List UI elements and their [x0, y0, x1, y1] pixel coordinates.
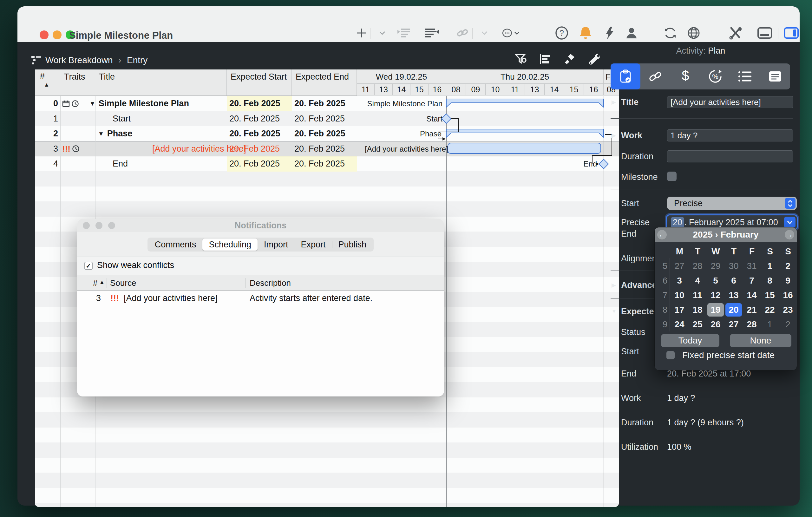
- column-header-expected-end[interactable]: Expected End: [292, 69, 357, 95]
- calendar-day[interactable]: 28: [744, 318, 760, 331]
- breadcrumb-current[interactable]: Entry: [127, 54, 147, 67]
- collapse-icon[interactable]: ▼: [89, 100, 95, 107]
- none-button[interactable]: None: [730, 334, 791, 347]
- breadcrumb-root[interactable]: Work Breakdown: [46, 54, 113, 67]
- more-actions-icon[interactable]: [502, 25, 520, 40]
- show-weak-conflicts-checkbox[interactable]: ✓: [84, 262, 93, 270]
- minimize-window-button[interactable]: [53, 30, 61, 39]
- disclosure-icon[interactable]: ▶: [612, 130, 616, 141]
- calendar-day[interactable]: 30: [725, 259, 742, 273]
- date-picker-button[interactable]: [784, 217, 795, 228]
- calendar-day-focused[interactable]: 19: [707, 303, 724, 317]
- collapse-icon[interactable]: ▼: [98, 131, 104, 137]
- timescale-day[interactable]: Wed 19.02.25: [357, 69, 446, 83]
- outline-icon[interactable]: [539, 53, 551, 66]
- calendar-day[interactable]: 26: [707, 318, 724, 331]
- timescale-day[interactable]: Thu 20.02.25: [446, 69, 604, 83]
- promote-icon[interactable]: [424, 25, 441, 40]
- tab-notes[interactable]: [760, 63, 790, 89]
- bottom-panel-icon[interactable]: [756, 25, 774, 40]
- calendar-day[interactable]: 18: [689, 303, 706, 317]
- calendar-day[interactable]: 16: [780, 289, 796, 302]
- calendar-day[interactable]: 4: [689, 274, 706, 287]
- tab-export[interactable]: Export: [295, 238, 332, 251]
- tab-cost[interactable]: $: [670, 63, 700, 89]
- format-brush-icon[interactable]: [563, 53, 576, 67]
- calendar-day[interactable]: 10: [671, 289, 688, 302]
- next-month-icon[interactable]: →: [785, 230, 794, 239]
- column-header-traits[interactable]: Traits: [60, 69, 95, 95]
- calendar-day[interactable]: 14: [744, 289, 760, 302]
- tab-scheduling[interactable]: Scheduling: [202, 238, 258, 251]
- calendar-day[interactable]: 12: [707, 289, 724, 302]
- calendar-day[interactable]: 2: [780, 318, 796, 331]
- link-icon[interactable]: [454, 25, 471, 40]
- tab-progress[interactable]: %: [700, 63, 730, 89]
- notifications-bell-icon[interactable]: [577, 25, 594, 40]
- disclosure-icon[interactable]: ▼: [612, 306, 617, 317]
- disclosure-icon[interactable]: ▶: [612, 280, 616, 291]
- filter-icon[interactable]: [515, 53, 527, 66]
- milestone-end[interactable]: [599, 159, 608, 169]
- actions-bolt-icon[interactable]: [601, 25, 618, 40]
- demote-icon[interactable]: [395, 25, 413, 40]
- tab-checklist[interactable]: [730, 63, 760, 89]
- summary-bar-phase[interactable]: [446, 129, 604, 137]
- previous-month-icon[interactable]: ←: [657, 230, 667, 239]
- calendar-day[interactable]: 27: [725, 318, 742, 331]
- calendar-day[interactable]: 2: [780, 259, 796, 273]
- milestone-checkbox[interactable]: [667, 172, 676, 181]
- calendar-day-selected[interactable]: 20: [725, 303, 742, 317]
- notification-item[interactable]: 3 !!! [Add your activities here] Activit…: [77, 290, 444, 306]
- add-icon[interactable]: [353, 25, 371, 40]
- web-globe-icon[interactable]: [685, 25, 702, 40]
- calendar-day[interactable]: 8: [761, 274, 778, 287]
- calendar-day[interactable]: 28: [689, 259, 706, 273]
- today-button[interactable]: Today: [661, 334, 719, 347]
- column-header-num[interactable]: # ▲: [35, 69, 60, 95]
- calendar-day[interactable]: 11: [689, 289, 706, 302]
- column-header-title[interactable]: Title: [95, 69, 227, 95]
- calendar-day[interactable]: 29: [707, 259, 724, 273]
- activity-bar[interactable]: [448, 143, 601, 153]
- start-mode-select[interactable]: Precise: [667, 197, 797, 210]
- help-icon[interactable]: ?: [553, 25, 571, 40]
- right-panel-icon[interactable]: [783, 25, 800, 40]
- calendar-day[interactable]: 9: [780, 274, 796, 287]
- fixed-precise-start-checkbox[interactable]: [666, 351, 675, 360]
- column-header-expected-start[interactable]: Expected Start: [227, 69, 292, 95]
- calendar-day[interactable]: 6: [725, 274, 742, 287]
- tools-icon[interactable]: [727, 25, 745, 40]
- disclosure-icon[interactable]: ▶: [612, 96, 616, 108]
- selected-date-token[interactable]: 20: [671, 217, 684, 228]
- notifications-titlebar[interactable]: Notifications: [77, 219, 444, 232]
- tab-links[interactable]: [640, 63, 670, 89]
- calendar-day[interactable]: 13: [725, 289, 742, 302]
- tab-import[interactable]: Import: [258, 238, 295, 251]
- milestone-start[interactable]: [441, 114, 451, 123]
- calendar-day[interactable]: 21: [744, 303, 760, 317]
- calendar-day[interactable]: 31: [744, 259, 760, 273]
- calendar-day[interactable]: 1: [761, 259, 778, 273]
- tab-plan[interactable]: [611, 63, 640, 89]
- calendar-day[interactable]: 24: [671, 318, 688, 331]
- calendar-day[interactable]: 3: [671, 274, 688, 287]
- calendar-day[interactable]: 22: [761, 303, 778, 317]
- chevron-down-icon[interactable]: [475, 25, 493, 40]
- tab-publish[interactable]: Publish: [332, 238, 373, 251]
- work-field[interactable]: 1 day ?: [667, 130, 793, 141]
- title-field[interactable]: [Add your activities here]: [667, 96, 793, 108]
- calendar-day[interactable]: 7: [744, 274, 760, 287]
- duration-field[interactable]: [667, 150, 793, 163]
- close-window-button[interactable]: [40, 30, 49, 39]
- calendar-day[interactable]: 17: [671, 303, 688, 317]
- tab-comments[interactable]: Comments: [148, 238, 203, 251]
- calendar-day[interactable]: 23: [780, 303, 796, 317]
- calendar-day[interactable]: 27: [671, 259, 688, 273]
- user-icon[interactable]: [622, 25, 640, 40]
- summary-bar-plan[interactable]: [446, 99, 604, 107]
- calendar-day[interactable]: 1: [761, 318, 778, 331]
- calendar-day[interactable]: 25: [689, 318, 706, 331]
- calendar-day[interactable]: 5: [707, 274, 724, 287]
- settings-wrench-icon[interactable]: [588, 53, 601, 67]
